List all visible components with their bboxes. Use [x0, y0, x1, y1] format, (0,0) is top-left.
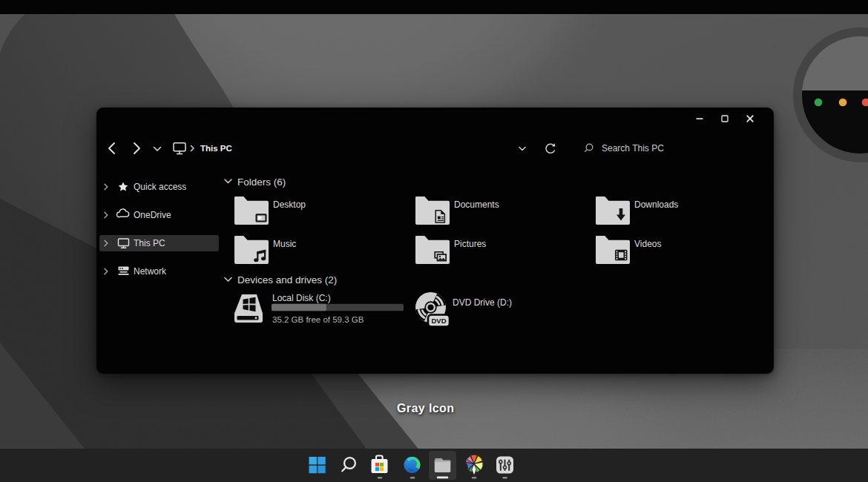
- svg-text:DVD: DVD: [431, 317, 446, 325]
